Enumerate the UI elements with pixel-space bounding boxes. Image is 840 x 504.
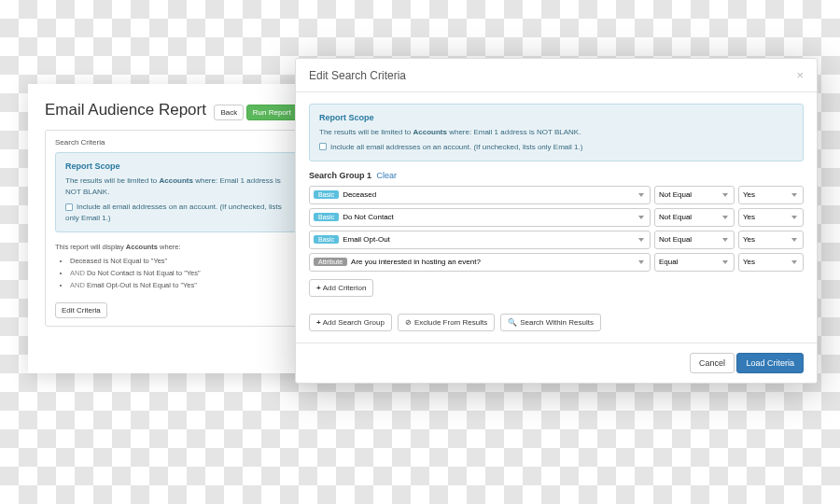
report-header: Email Audience Report Back Run Report	[45, 101, 310, 120]
load-criteria-button[interactable]: Load Criteria	[736, 353, 804, 373]
criterion-row: Attribute Are you interested in hosting …	[309, 253, 804, 272]
modal-header: Edit Search Criteria ×	[296, 59, 817, 92]
exclude-icon: ⊘	[405, 318, 412, 327]
field-select[interactable]: Basic Email Opt-Out	[309, 231, 651, 249]
search-criteria-panel: Search Criteria Report Scope The results…	[45, 130, 310, 327]
search-icon: 🔍	[508, 318, 517, 327]
group-actions-row: +Add Search Group ⊘Exclude From Results …	[309, 314, 804, 331]
field-tag-basic: Basic	[314, 213, 339, 221]
scope-text-a: The results will be limited to	[65, 176, 159, 185]
run-report-button[interactable]: Run Report	[246, 105, 298, 120]
chevron-down-icon	[638, 193, 644, 197]
modal-include-all-emails-label: Include all email addresses on an accoun…	[330, 143, 582, 151]
chevron-down-icon	[638, 216, 644, 219]
field-select[interactable]: Basic Deceased	[309, 186, 651, 204]
criteria-bullet: AND Email Opt-Out is Not Equal to "Yes"	[70, 280, 300, 290]
report-page-panel: Email Audience Report Back Run Report Se…	[28, 84, 327, 373]
value-value: Yes	[743, 213, 755, 221]
criterion-row: Basic Deceased Not Equal Yes	[309, 186, 804, 204]
plus-icon: +	[316, 318, 321, 327]
and-prefix: AND	[70, 269, 85, 277]
field-name: Email Opt-Out	[343, 235, 390, 244]
report-scope-title: Report Scope	[65, 161, 289, 174]
add-criterion-button[interactable]: +Add Criterion	[309, 279, 373, 297]
modal-scope-text: The results will be limited to Accounts …	[319, 127, 793, 138]
modal-title: Edit Search Criteria	[309, 69, 406, 82]
value-value: Yes	[743, 258, 755, 266]
cancel-button[interactable]: Cancel	[690, 353, 735, 373]
modal-scope-a: The results will be limited to	[319, 128, 413, 136]
add-search-group-button[interactable]: +Add Search Group	[309, 314, 392, 331]
modal-footer: Cancel Load Criteria	[296, 343, 817, 383]
clear-group-link[interactable]: Clear	[377, 171, 398, 180]
report-scope-box: Report Scope The results will be limited…	[55, 152, 300, 232]
operator-select[interactable]: Not Equal	[654, 186, 735, 204]
chevron-down-icon	[722, 260, 728, 264]
modal-scope-b: where: Email 1 address is NOT BLANK.	[447, 128, 581, 136]
chevron-down-icon	[722, 193, 728, 197]
chevron-down-icon	[791, 193, 797, 197]
and-prefix: AND	[70, 281, 85, 289]
value-select[interactable]: Yes	[738, 231, 804, 249]
summary-b: where:	[158, 243, 181, 251]
criteria-summary: This report will display Accounts where:…	[55, 242, 300, 291]
value-select[interactable]: Yes	[738, 253, 804, 272]
add-criterion-label: Add Criterion	[323, 284, 367, 292]
exclude-label: Exclude From Results	[414, 318, 487, 327]
summary-bold: Accounts	[126, 243, 158, 251]
bullet-text: Do Not Contact is Not Equal to "Yes"	[85, 269, 201, 277]
exclude-from-results-button[interactable]: ⊘Exclude From Results	[398, 314, 495, 331]
modal-report-scope-box: Report Scope The results will be limited…	[309, 104, 804, 161]
chevron-down-icon	[722, 238, 728, 242]
value-value: Yes	[743, 235, 755, 244]
include-all-emails-checkbox[interactable]	[65, 203, 73, 211]
chevron-down-icon	[791, 260, 797, 264]
modal-scope-checkbox-row[interactable]: Include all email addresses on an accoun…	[319, 142, 793, 153]
scope-checkbox-row[interactable]: Include all email addresses on an accoun…	[65, 202, 289, 224]
chevron-down-icon	[638, 260, 644, 264]
modal-report-scope-title: Report Scope	[319, 112, 793, 125]
summary-a: This report will display	[55, 243, 126, 251]
field-select[interactable]: Basic Do Not Contact	[309, 208, 651, 227]
close-icon[interactable]: ×	[796, 68, 804, 82]
operator-value: Not Equal	[659, 190, 692, 199]
within-label: Search Within Results	[520, 318, 594, 327]
search-group-label: Search Group 1	[309, 171, 371, 180]
edit-search-criteria-modal: Edit Search Criteria × Report Scope The …	[295, 58, 818, 384]
bullet-text: Email Opt-Out is Not Equal to "Yes"	[85, 281, 197, 289]
operator-select[interactable]: Not Equal	[654, 231, 735, 249]
modal-body: Report Scope The results will be limited…	[296, 92, 817, 343]
operator-select[interactable]: Not Equal	[654, 208, 735, 227]
criteria-bullet: Deceased is Not Equal to "Yes"	[70, 256, 300, 266]
operator-value: Not Equal	[659, 235, 692, 244]
modal-scope-accounts: Accounts	[413, 128, 446, 136]
report-scope-text: The results will be limited to Accounts …	[65, 175, 289, 198]
field-name: Do Not Contact	[343, 213, 394, 221]
field-name: Deceased	[343, 190, 376, 199]
search-group-heading: Search Group 1 Clear	[309, 171, 804, 180]
add-search-group-label: Add Search Group	[323, 318, 385, 327]
value-value: Yes	[743, 190, 755, 199]
value-select[interactable]: Yes	[738, 186, 804, 204]
operator-value: Not Equal	[659, 213, 692, 221]
chevron-down-icon	[638, 238, 644, 242]
chevron-down-icon	[791, 238, 797, 242]
operator-select[interactable]: Equal	[654, 253, 735, 272]
chevron-down-icon	[791, 216, 797, 219]
criteria-summary-list: Deceased is Not Equal to "Yes" AND Do No…	[70, 256, 300, 291]
field-name: Are you interested in hosting an event?	[351, 258, 481, 266]
criterion-row: Basic Do Not Contact Not Equal Yes	[309, 208, 804, 227]
scope-text-accounts: Accounts	[159, 176, 192, 185]
field-select[interactable]: Attribute Are you interested in hosting …	[309, 253, 651, 272]
include-all-emails-label: Include all email addresses on an accoun…	[65, 203, 282, 222]
plus-icon: +	[316, 284, 321, 292]
modal-include-all-emails-checkbox[interactable]	[319, 143, 327, 150]
criterion-row: Basic Email Opt-Out Not Equal Yes	[309, 231, 804, 249]
value-select[interactable]: Yes	[738, 208, 804, 227]
criteria-bullet: AND Do Not Contact is Not Equal to "Yes"	[70, 268, 300, 278]
page-title: Email Audience Report	[45, 101, 206, 119]
field-tag-basic: Basic	[314, 190, 339, 199]
edit-criteria-button[interactable]: Edit Criteria	[55, 302, 107, 318]
back-button[interactable]: Back	[214, 105, 244, 120]
search-within-results-button[interactable]: 🔍Search Within Results	[500, 314, 601, 331]
